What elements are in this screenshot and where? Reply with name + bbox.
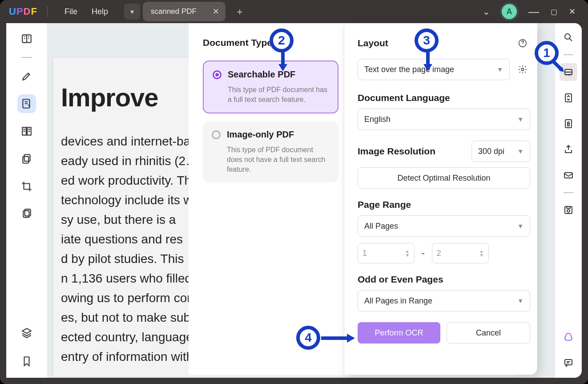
arrow-1	[552, 60, 569, 79]
title-bar: UPDF File Help ▾ scanned PDF ✕ ＋ ⌄ A — ▢…	[0, 0, 588, 23]
language-label: Document Language	[358, 93, 530, 103]
arrow-4	[321, 333, 357, 346]
comment-icon[interactable]	[560, 354, 577, 372]
chevron-down-icon[interactable]: ⌄	[483, 6, 490, 17]
option-image-only-pdf[interactable]: Image-only PDF This type of PDF document…	[203, 121, 338, 182]
cancel-button[interactable]: Cancel	[447, 322, 530, 344]
close-button[interactable]: ✕	[569, 7, 576, 16]
minimize-button[interactable]: —	[528, 5, 539, 18]
maximize-button[interactable]: ▢	[551, 8, 557, 16]
separator	[564, 54, 573, 55]
select-value: All Pages in Range	[364, 296, 432, 306]
option-title: Image-only PDF	[227, 129, 294, 140]
radio-icon	[212, 130, 221, 139]
odd-even-label: Odd or Even Pages	[358, 274, 530, 285]
chevron-down-icon: ▼	[517, 116, 524, 123]
select-value: 300 dpi	[478, 147, 504, 156]
svg-rect-5	[23, 157, 28, 163]
duplicate-icon[interactable]	[17, 150, 36, 168]
detect-resolution-button[interactable]: Detect Optimal Resolution	[358, 167, 530, 189]
svg-point-19	[521, 68, 524, 71]
language-select[interactable]: English▼	[358, 109, 530, 130]
resolution-select[interactable]: 300 dpi▼	[471, 141, 530, 162]
reader-icon[interactable]	[17, 29, 36, 48]
svg-rect-4	[24, 154, 30, 161]
menu-help[interactable]: Help	[85, 7, 115, 16]
chevron-down-icon: ▼	[517, 222, 524, 230]
option-desc: This type of PDF document does not have …	[227, 145, 330, 174]
page-range-label: Page Range	[358, 199, 530, 210]
select-value: Text over the page image	[364, 65, 454, 74]
share-icon[interactable]	[560, 141, 577, 158]
left-toolbar	[6, 23, 47, 378]
page-range-select[interactable]: All Pages▼	[358, 215, 530, 237]
callout-4: 4	[296, 326, 320, 350]
protect-icon[interactable]	[560, 115, 577, 133]
page-to-input[interactable]: 2▲▼	[432, 243, 489, 263]
tab-bar: ▾ scanned PDF ✕ ＋	[124, 0, 248, 23]
copy-icon[interactable]	[17, 205, 36, 223]
callout-2: 2	[270, 28, 294, 53]
ai-icon[interactable]	[560, 328, 577, 346]
range-dash: -	[422, 248, 425, 259]
app-window: UPDF File Help ▾ scanned PDF ✕ ＋ ⌄ A — ▢…	[0, 0, 588, 384]
callout-3: 3	[415, 28, 439, 53]
odd-even-select[interactable]: All Pages in Range▼	[358, 290, 530, 311]
radio-icon	[213, 70, 222, 79]
chevron-down-icon: ▼	[497, 66, 503, 73]
menu-file[interactable]: File	[57, 7, 85, 16]
panel-ocr-settings: Layout Text over the page image▼ Documen…	[344, 23, 537, 375]
panel-document-type: Document Type Searchable PDF This type o…	[189, 23, 344, 375]
new-tab-button[interactable]: ＋	[232, 4, 248, 20]
perform-ocr-button[interactable]: Perform OCR	[358, 322, 440, 344]
input-value: 2	[437, 249, 441, 258]
arrow-2	[278, 52, 291, 74]
highlighter-icon[interactable]	[17, 67, 36, 85]
chevron-down-icon: ▼	[517, 148, 524, 155]
resolution-label: Image Resolution	[358, 146, 466, 157]
select-value: All Pages	[364, 222, 398, 231]
svg-rect-13	[568, 124, 569, 126]
pages-icon[interactable]	[17, 122, 36, 141]
separator	[21, 57, 32, 58]
spinner-arrows-icon[interactable]: ▲▼	[479, 249, 484, 257]
chevron-down-icon: ▼	[517, 297, 524, 304]
avatar[interactable]: A	[502, 4, 517, 19]
convert-icon[interactable]	[560, 89, 577, 107]
svg-point-16	[567, 210, 570, 212]
search-icon[interactable]	[560, 28, 577, 46]
app-body: OCR Improve devices and internet-bas… ea…	[6, 23, 582, 378]
tab-scanned-pdf[interactable]: scanned PDF ✕	[143, 2, 226, 21]
save-icon[interactable]	[560, 201, 577, 219]
tab-close-icon[interactable]: ✕	[213, 7, 219, 16]
tab-dropdown[interactable]: ▾	[124, 4, 140, 20]
arrow-3	[423, 52, 436, 74]
mail-icon[interactable]	[560, 166, 577, 184]
svg-point-8	[565, 34, 570, 39]
page-from-input[interactable]: 1▲▼	[358, 243, 415, 263]
select-value: English	[364, 115, 391, 124]
option-searchable-pdf[interactable]: Searchable PDF This type of PDF document…	[203, 61, 338, 113]
callout-1: 1	[535, 41, 559, 65]
tab-label: scanned PDF	[151, 7, 197, 16]
layers-icon[interactable]	[17, 323, 36, 342]
help-icon[interactable]	[515, 36, 530, 51]
svg-rect-14	[564, 173, 572, 178]
edit-icon[interactable]	[17, 94, 36, 113]
input-value: 1	[362, 249, 367, 258]
separator	[564, 192, 573, 193]
option-desc: This type of PDF document has a full tex…	[228, 85, 329, 105]
bookmark-icon[interactable]	[17, 352, 36, 371]
app-logo: UPDF	[9, 6, 37, 17]
gear-icon[interactable]	[515, 62, 530, 77]
crop-icon[interactable]	[17, 177, 36, 196]
separator	[47, 6, 48, 17]
spinner-arrows-icon[interactable]: ▲▼	[405, 249, 410, 257]
